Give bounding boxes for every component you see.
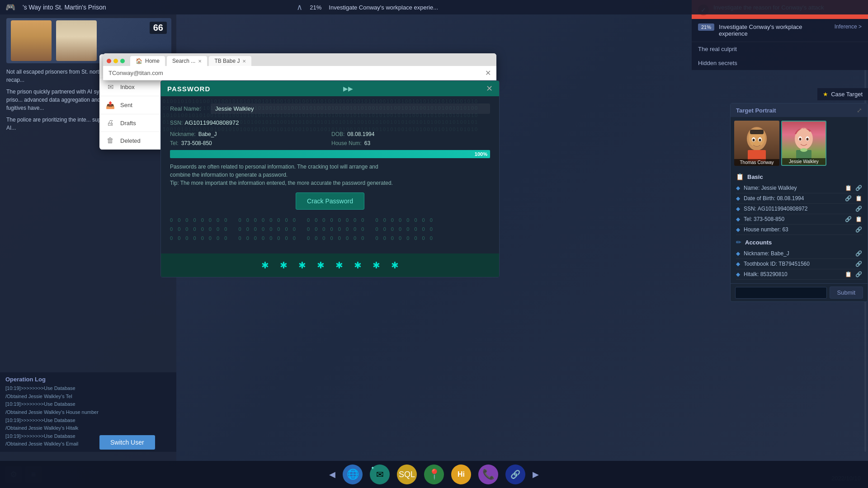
search-tab-text: Search ... — [172, 58, 195, 64]
star-1: ✱ — [261, 260, 269, 271]
info-name-row: ◆ Name: Jessie Walkley 📋 🔗 — [736, 183, 862, 193]
tel-copy-icon[interactable]: 📋 — [855, 216, 862, 222]
info-house-row: ◆ House number: 63 🔗 — [736, 225, 862, 235]
portrait-walkley[interactable]: Jessie Walkley — [781, 121, 826, 166]
search-tab-close-icon[interactable]: ✕ — [198, 59, 202, 64]
taskbar: ◀ 🌐 ✉ ✦ SQL 📍 Hi 📞 🔗 ▶ — [0, 461, 868, 488]
tel-link-icon[interactable]: 🔗 — [845, 216, 852, 222]
tab-tb-babe[interactable]: TB Babe J ✕ — [209, 56, 251, 66]
progress-bar-fill: 100% — [170, 150, 490, 158]
taskbar-link-icon[interactable]: 🔗 — [505, 465, 525, 484]
hitalk-link-icon[interactable]: 🔗 — [855, 271, 862, 277]
modal-header: PASSWORD ▶▶ ✕ — [161, 81, 499, 96]
nickname-link-icon[interactable]: 🔗 — [855, 250, 862, 257]
taskbar-phone-icon[interactable]: 📞 — [478, 465, 498, 484]
inference-label[interactable]: Inference > — [835, 23, 862, 30]
svg-point-11 — [799, 138, 802, 141]
tab-search[interactable]: Search ... ✕ — [167, 56, 207, 66]
switch-user-button[interactable]: Switch User — [99, 435, 155, 450]
obj-item-label: Investigate Conway's workplace experienc… — [719, 23, 830, 37]
taskbar-left-arrow[interactable]: ◀ — [329, 469, 335, 479]
minimize-dot[interactable] — [113, 59, 118, 63]
tel-pair: Tel: 373-508-850 — [170, 140, 329, 146]
hint-line1: Passwords are often related to personal … — [170, 164, 378, 170]
ssn-link-icon[interactable]: 🔗 — [855, 206, 862, 212]
story-image-number: 66 — [150, 22, 167, 34]
name-link-icon[interactable]: 🔗 — [855, 185, 862, 191]
portrait-conway[interactable]: Thomas Conway — [734, 121, 779, 166]
top-bar-percent: 21% — [310, 4, 321, 11]
op-entry-3: [10:19]>>>>>>>>Use Database — [5, 400, 171, 408]
dob-pair: DOB: 08.08.1994 — [331, 131, 490, 137]
email-address-bar: TConway@titan.com ✕ — [103, 66, 496, 80]
info-hitalk-row: ◆ Hitalk: 853290810 📋 🔗 — [736, 269, 862, 280]
house-link-icon[interactable]: 🔗 — [855, 226, 862, 233]
accounts-section-header: ✏ Accounts — [736, 239, 862, 246]
portrait-expand-icon[interactable]: ⤢ — [857, 107, 862, 114]
close-dot[interactable] — [107, 59, 111, 63]
top-bar-expand-icon[interactable]: ∧ — [297, 2, 302, 12]
dob-copy-icon[interactable]: 📋 — [855, 195, 862, 202]
hitalk-copy-icon[interactable]: 📋 — [845, 271, 852, 277]
maximize-dot[interactable] — [120, 59, 125, 63]
tel-label: Tel: — [170, 140, 179, 146]
taskbar-right-arrow[interactable]: ▶ — [533, 469, 539, 479]
star-5: ✱ — [335, 260, 343, 271]
house-info-bullet: ◆ — [736, 226, 740, 233]
submit-button[interactable]: Submit — [830, 286, 863, 299]
case-target-label: ★ Case Target — [817, 88, 868, 100]
dob-link-icon[interactable]: 🔗 — [845, 195, 852, 202]
real-name-value: Jessie Walkley — [211, 103, 490, 114]
hint-line2: combine the information to generate a pa… — [170, 172, 288, 178]
tb-babe-tab-text: TB Babe J — [214, 58, 240, 64]
browser-chrome: 🏠 Home Search ... ✕ TB Babe J ✕ — [103, 53, 496, 66]
taskbar-db-icon[interactable]: SQL — [397, 465, 417, 484]
toothbook-info: Toothbook ID: TB79451560 — [744, 261, 852, 267]
name-copy-icon[interactable]: 📋 — [845, 185, 852, 191]
modal-close-button[interactable]: ✕ — [486, 84, 493, 93]
hitalk-info-bullet: ◆ — [736, 271, 740, 277]
portraits-row: Thomas Conway Jessie Walkley — [731, 117, 868, 169]
nickname-label: Nickname: — [170, 131, 196, 137]
taskbar-browser-icon[interactable]: 🌐 — [343, 465, 363, 484]
toothbook-link-icon[interactable]: 🔗 — [855, 261, 862, 267]
op-entry-1: [10:19]>>>>>>>>Use Database — [5, 385, 171, 393]
taskbar-mail-icon[interactable]: ✉ ✦ — [370, 465, 390, 484]
hint-line3: Tip: The more important the information … — [170, 180, 393, 186]
ssn-info: SSN: AG10119940808972 — [744, 206, 852, 212]
zeros-grid: 0 0 0 0 0 0 0 0 0 0 0 0 0 0 0 0 0 0 0 0 … — [170, 216, 490, 243]
crack-password-button[interactable]: Crack Password — [296, 192, 364, 210]
star-4: ✱ — [317, 260, 325, 271]
svg-point-5 — [753, 139, 755, 141]
taskbar-location-icon[interactable]: 📍 — [424, 465, 444, 484]
target-portrait-panel: Target Portrait ⤢ Thomas Conway — [730, 103, 868, 302]
case-target-text: Case Target — [831, 91, 863, 98]
ssn-label: SSN: — [170, 120, 183, 126]
taskbar-hi-icon[interactable]: Hi — [451, 465, 471, 484]
modal-body: 0100101010100101001010101001011001010100… — [161, 96, 499, 253]
house-info: House number: 63 — [744, 226, 852, 233]
home-tab-label: 🏠 — [136, 58, 142, 64]
operation-log-title: Operation Log — [5, 376, 171, 383]
tab-home[interactable]: 🏠 Home — [130, 56, 165, 66]
op-entry-6: /Obtained Jessie Walkley's Hitalk — [5, 424, 171, 432]
info-nickname-row: ◆ Nickname: Babe_J 🔗 — [736, 249, 862, 259]
svg-point-14 — [800, 148, 807, 152]
svg-rect-2 — [750, 130, 764, 134]
dob-value: 08.08.1994 — [347, 131, 374, 137]
email-browser-close-icon[interactable]: ✕ — [485, 69, 491, 77]
real-name-row: Real Name: Jessie Walkley — [170, 103, 490, 114]
top-bar: 🎮 's Way into St. Martin's Prison ∧ 21% … — [0, 0, 868, 14]
ssn-value: AG10119940808972 — [184, 119, 239, 126]
nickname-info-bullet: ◆ — [736, 250, 740, 257]
svg-point-6 — [759, 139, 761, 141]
house-value: 63 — [364, 140, 370, 146]
star-3: ✱ — [298, 260, 306, 271]
top-bar-investigate: Investigate Conway's workplace experie..… — [329, 4, 863, 11]
tel-value: 373-508-850 — [181, 140, 212, 146]
tb-babe-tab-close-icon[interactable]: ✕ — [242, 59, 246, 64]
submit-input[interactable] — [735, 287, 827, 299]
real-name-label: Real Name: — [170, 105, 211, 112]
browser-dots — [107, 59, 125, 63]
progress-bar-container: 100% — [170, 150, 490, 158]
